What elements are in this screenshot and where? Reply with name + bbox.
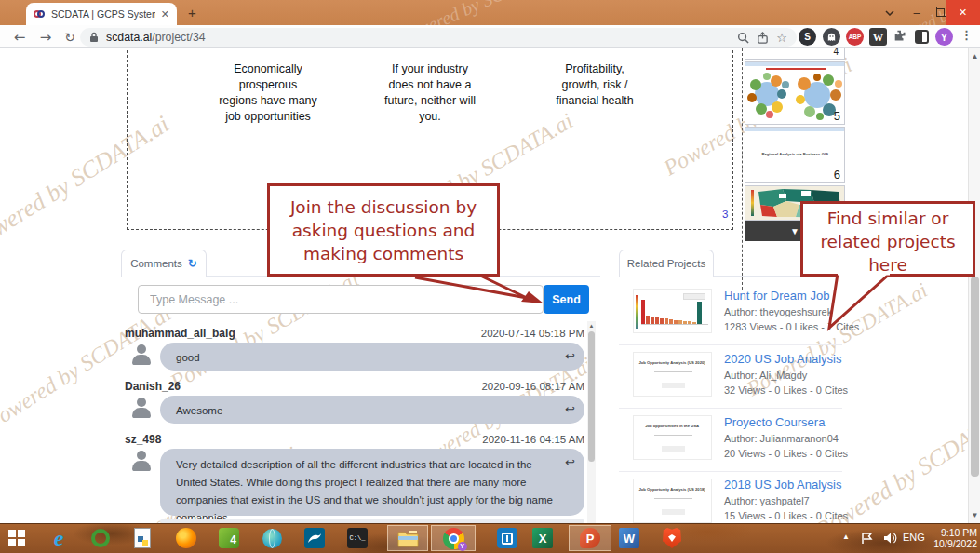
screen: Powered by SCDATA.ai Powered by SCDATA.a…	[0, 0, 980, 553]
green-4-app-icon[interactable]: 4	[218, 527, 240, 549]
related-project-link[interactable]: Proyecto Coursera	[724, 415, 825, 429]
comment-date: 2020-11-16 04:15 AM	[391, 434, 584, 445]
web-page: Powered by SCDATA.ai Powered by SCDATA.a…	[0, 48, 980, 523]
close-button[interactable]: ✕	[946, 0, 980, 25]
scroll-up-icon[interactable]: ▲	[587, 321, 596, 330]
comment-author: muhammad_ali_baig	[125, 327, 235, 340]
send-button[interactable]: Send	[544, 285, 589, 314]
bookmark-star-icon[interactable]: ☆	[776, 31, 787, 45]
thumbnail-6-title: Regional Analysis via Business-GIS	[746, 152, 843, 155]
browser-menu-icon[interactable]: ⋮	[960, 28, 973, 42]
related-project-stats: 32 Views - 0 Likes - 0 Cites	[724, 384, 848, 396]
new-tab-button[interactable]: +	[188, 6, 196, 20]
wikipedia-extension-icon[interactable]: W	[869, 28, 887, 46]
callout-tail	[825, 274, 897, 333]
slide-text-column-2: If your industry does not have a future,…	[361, 61, 499, 125]
slide-page-number: 3	[722, 209, 728, 220]
scdata-logo-icon	[34, 10, 46, 19]
tray-hidden-icons-chevron[interactable]: ▲	[842, 533, 850, 541]
related-project-link[interactable]: 2018 US Job Analysis	[724, 478, 841, 492]
action-center-flag-icon[interactable]	[858, 527, 877, 549]
related-project-author: Author: Ali_Magdy	[724, 370, 807, 381]
related-project-link[interactable]: 2020 US Job Analysis	[724, 352, 841, 366]
scrollbar-thumb[interactable]	[588, 331, 595, 462]
green-ring-app-icon[interactable]	[89, 527, 112, 549]
back-icon[interactable]: ←	[9, 27, 30, 47]
project-thumbnail[interactable]: Job opportunities in the USA	[633, 415, 712, 460]
command-prompt-icon[interactable]: C:\_	[346, 527, 369, 549]
skype-extension-icon[interactable]: S	[799, 28, 816, 46]
project-thumbnail[interactable]: Job Opportunity Analysis (US 2018)	[633, 479, 712, 523]
clock-time: 9:10 PM	[929, 527, 977, 538]
comment-bubble: good ↩	[160, 343, 584, 371]
blue-brackets-app-icon[interactable]	[496, 527, 518, 549]
reply-icon[interactable]: ↩	[565, 453, 575, 471]
globe-app-icon[interactable]	[261, 527, 283, 549]
tab-title: SCDATA | GCPS System	[51, 8, 155, 20]
zoom-icon[interactable]	[737, 32, 749, 44]
slide-thumbnail-6[interactable]: Regional Analysis via Business-GIS 6	[745, 127, 845, 183]
reply-icon[interactable]: ↩	[565, 347, 575, 365]
user-avatar-icon	[130, 344, 153, 367]
related-project-author: Author: yashpatel7	[724, 495, 810, 506]
reply-icon[interactable]: ↩	[565, 400, 575, 418]
start-button[interactable]	[6, 527, 28, 549]
user-avatar-icon	[130, 398, 153, 420]
comment-date: 2020-09-16 08:17 AM	[391, 381, 584, 392]
address-bar[interactable]: scdata.ai/project/34 ☆	[80, 28, 797, 47]
tab-close-icon[interactable]: ✕	[161, 8, 169, 20]
related-project-link[interactable]: Hunt for Dream Job	[724, 289, 829, 303]
tab-related-projects[interactable]: Related Projects	[619, 250, 714, 276]
comment-author: Danish_26	[125, 380, 181, 393]
comment-bubble: Awesome ↩	[160, 396, 584, 424]
profile-avatar[interactable]: Y	[935, 28, 953, 46]
file-explorer-icon[interactable]	[396, 527, 419, 549]
comment-author: sz_498	[125, 433, 161, 446]
scroll-up-icon[interactable]: ▲	[969, 50, 980, 62]
browser-tab[interactable]: SCDATA | GCPS System ✕	[26, 3, 177, 25]
taskbar-clock[interactable]: 9:10 PM 10/9/2022	[929, 527, 977, 549]
related-project-stats: 20 Views - 0 Likes - 0 Cites	[724, 448, 848, 459]
slide-thumbnail-5[interactable]: 5	[745, 61, 845, 125]
comments-tab-label: Comments	[130, 258, 182, 269]
adblock-extension-icon[interactable]: ABP	[846, 28, 864, 46]
watermark-text: Powered by SCDATA.ai	[395, 0, 566, 25]
word-icon[interactable]: W	[618, 527, 640, 549]
callout-arrow	[408, 274, 549, 309]
refresh-icon[interactable]: ↻	[188, 257, 197, 270]
scroll-down-icon[interactable]: ▼	[969, 509, 980, 521]
related-project-author: Author: Julianmaranon04	[724, 433, 839, 444]
tab-comments[interactable]: Comments ↻	[121, 250, 207, 276]
slide-thumbnail-4[interactable]: 4	[745, 48, 845, 60]
lock-icon	[89, 32, 99, 43]
python-notebook-app-icon[interactable]	[131, 527, 154, 549]
comments-callout: Join the discussion by asking questions …	[267, 183, 500, 276]
firefox-icon[interactable]	[175, 527, 197, 549]
powerpoint-icon[interactable]: P	[579, 527, 601, 549]
excel-icon[interactable]: X	[531, 527, 554, 549]
project-thumbnail[interactable]	[633, 289, 712, 333]
scrollbar-thumb[interactable]	[971, 276, 979, 477]
url-text: scdata.ai/project/34	[106, 31, 206, 44]
chrome-icon[interactable]: Y	[442, 527, 464, 549]
mysql-workbench-icon[interactable]	[303, 527, 326, 549]
ghost-extension-icon[interactable]	[823, 28, 840, 46]
chrome-profile-badge: Y	[458, 542, 467, 551]
comments-scrollbar[interactable]: ▲	[587, 321, 596, 523]
page-scrollbar[interactable]: ▲ ▼	[968, 48, 980, 523]
internet-explorer-icon[interactable]: e	[47, 527, 70, 549]
bubble-chart-thumbnail	[746, 72, 843, 120]
split-square-extension-icon[interactable]	[915, 30, 929, 44]
forward-icon[interactable]: →	[35, 27, 56, 47]
language-indicator[interactable]: ENG	[903, 532, 925, 543]
related-projects-tab-label: Related Projects	[627, 258, 705, 269]
brave-icon[interactable]	[661, 527, 683, 549]
tab-search-chevron-icon[interactable]	[879, 0, 900, 25]
related-project-author: Author: theyogeshsureka	[724, 306, 838, 317]
volume-icon[interactable]	[880, 527, 899, 549]
extensions-puzzle-icon[interactable]	[893, 29, 907, 47]
reload-icon[interactable]: ↻	[60, 27, 80, 47]
share-icon[interactable]	[757, 32, 769, 44]
project-thumbnail[interactable]: Job Opportunity Analysis (US 2020)	[633, 352, 712, 397]
minimize-button[interactable]: –	[905, 0, 929, 25]
